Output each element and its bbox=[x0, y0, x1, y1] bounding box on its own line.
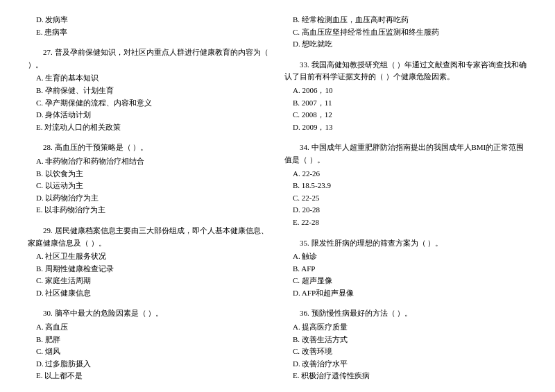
question-36: 36. 预防慢性病最好的方法（ ）。 A. 提高医疗质量 B. 改善生活方式 C… bbox=[284, 307, 527, 382]
q29-b: B. 周期性健康检查记录 bbox=[28, 263, 271, 275]
q30-b: B. 肥胖 bbox=[28, 334, 271, 346]
q27-b: B. 孕前保健、计划生育 bbox=[28, 85, 271, 97]
q33-b: B. 2007，11 bbox=[284, 97, 527, 110]
q35-a: A. 触诊 bbox=[284, 250, 527, 263]
q30-c: C. 烟风 bbox=[28, 346, 271, 358]
q30-e: E. 以上都不是 bbox=[28, 370, 271, 382]
q28-a: A. 非药物治疗和药物治疗相结合 bbox=[28, 155, 271, 168]
q33-title: 33. 我国高健知教授研究组（ ）年通过文献查阅和专家咨询查找和确认了目前有科学… bbox=[284, 59, 527, 83]
q34-title: 34. 中国成年人超重肥胖防治指南提出的我国成年人BMI的正常范围值是（ ）。 bbox=[284, 142, 527, 166]
question-35: 35. 限发性肝病的理想的筛查方案为（ ）。 A. 触诊 B. AFP C. 超… bbox=[284, 237, 527, 300]
q36-b: B. 改善生活方式 bbox=[284, 334, 527, 346]
q30-d: D. 过多脂肪摄入 bbox=[28, 358, 271, 370]
q28-e: E. 以非药物治疗为主 bbox=[28, 204, 271, 216]
q33-d: D. 2009，13 bbox=[284, 121, 527, 134]
q29-a: A. 社区卫生服务状况 bbox=[28, 250, 271, 263]
question-29: 29. 居民健康档案信息主要由三大部份组成，即个人基本健康信息、家庭健康信息及（… bbox=[28, 225, 271, 300]
question-30: 30. 脑卒中最大的危险因素是（ ）。 A. 高血压 B. 肥胖 C. 烟风 D… bbox=[28, 307, 271, 382]
option-e: E. 患病率 bbox=[28, 26, 271, 39]
q28-c: C. 以运动为主 bbox=[28, 180, 271, 192]
q28-title: 28. 高血压的干预策略是（ ）。 bbox=[28, 142, 271, 154]
q33-c: C. 2008，12 bbox=[284, 109, 527, 121]
q30-a: A. 高血压 bbox=[28, 321, 271, 334]
q32-cont: B. 经常检测血压，血压高时再吃药 C. 高血压应坚持经常性血压监测和终生服药 … bbox=[284, 14, 527, 51]
q27-title: 27. 普及孕前保健知识，对社区内重点人群进行健康教育的内容为（ ）。 bbox=[28, 46, 271, 71]
q36-c: C. 改善环境 bbox=[284, 346, 527, 358]
q32-c: C. 高血压应坚持经常性血压监测和终生服药 bbox=[284, 26, 527, 39]
q34-b: B. 18.5-23.9 bbox=[284, 180, 527, 192]
question-28: 28. 高血压的干预策略是（ ）。 A. 非药物治疗和药物治疗相结合 B. 以饮… bbox=[28, 142, 271, 216]
q29-d: D. 社区健康信息 bbox=[28, 287, 271, 300]
q36-e: E. 积极治疗遗传性疾病 bbox=[284, 370, 527, 382]
question-33: 33. 我国高健知教授研究组（ ）年通过文献查阅和专家咨询查找和确认了目前有科学… bbox=[284, 59, 527, 134]
question-34: 34. 中国成年人超重肥胖防治指南提出的我国成年人BMI的正常范围值是（ ）。 … bbox=[284, 142, 527, 228]
q27-a: A. 生育的基本知识 bbox=[28, 72, 271, 85]
q34-c: C. 22-25 bbox=[284, 192, 527, 205]
q32-b: B. 经常检测血压，血压高时再吃药 bbox=[284, 14, 527, 26]
q35-c: C. 超声显像 bbox=[284, 275, 527, 287]
right-column: B. 经常检测血压，血压高时再吃药 C. 高血压应坚持经常性血压监测和终生服药 … bbox=[284, 14, 527, 392]
q36-title: 36. 预防慢性病最好的方法（ ）。 bbox=[284, 307, 527, 320]
q35-b: B. AFP bbox=[284, 263, 527, 275]
q27-d: D. 身体活动计划 bbox=[28, 109, 271, 121]
left-column: D. 发病率 E. 患病率 27. 普及孕前保健知识，对社区内重点人群进行健康教… bbox=[28, 14, 271, 392]
option-d: D. 发病率 bbox=[28, 14, 271, 26]
de-options-block: D. 发病率 E. 患病率 bbox=[28, 14, 271, 38]
q35-title: 35. 限发性肝病的理想的筛查方案为（ ）。 bbox=[284, 237, 527, 250]
q29-c: C. 家庭生活周期 bbox=[28, 275, 271, 287]
page-content: D. 发病率 E. 患病率 27. 普及孕前保健知识，对社区内重点人群进行健康教… bbox=[28, 14, 527, 392]
q28-b: B. 以饮食为主 bbox=[28, 168, 271, 180]
q27-c: C. 孕产期保健的流程、内容和意义 bbox=[28, 97, 271, 110]
question-27: 27. 普及孕前保健知识，对社区内重点人群进行健康教育的内容为（ ）。 A. 生… bbox=[28, 46, 271, 133]
q32-d: D. 想吃就吃 bbox=[284, 38, 527, 51]
q34-e: E. 22-28 bbox=[284, 216, 527, 229]
q34-d: D. 20-28 bbox=[284, 204, 527, 216]
q35-d: D. AFP和超声显像 bbox=[284, 287, 527, 300]
q28-d: D. 以药物治疗为主 bbox=[28, 192, 271, 205]
q34-a: A. 22-26 bbox=[284, 168, 527, 180]
q36-d: D. 改善治疗水平 bbox=[284, 358, 527, 370]
q29-title: 29. 居民健康档案信息主要由三大部份组成，即个人基本健康信息、家庭健康信息及（… bbox=[28, 225, 271, 249]
q27-e: E. 对流动人口的相关政策 bbox=[28, 121, 271, 134]
q30-title: 30. 脑卒中最大的危险因素是（ ）。 bbox=[28, 307, 271, 320]
q36-a: A. 提高医疗质量 bbox=[284, 321, 527, 334]
q33-a: A. 2006，10 bbox=[284, 85, 527, 97]
